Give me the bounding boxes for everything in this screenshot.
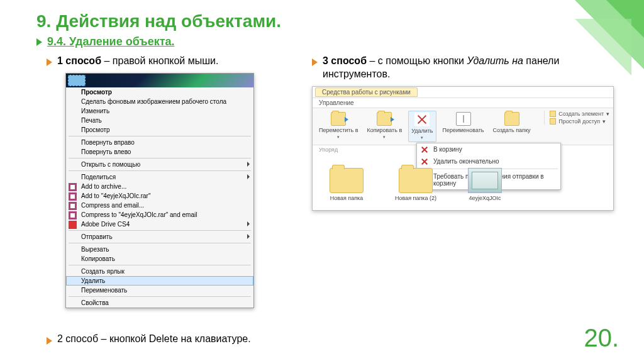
context-menu-item[interactable]: Свойства (66, 298, 253, 308)
easy-access-button[interactable]: Простой доступ ▾ (550, 118, 609, 125)
bullet-icon (312, 58, 318, 66)
context-menu-item[interactable]: Compress to "4eyjeXqJOIc.rar" and email (66, 210, 253, 219)
method2-label: 2 способ (57, 333, 98, 344)
rar-icon (69, 192, 77, 201)
separator (69, 230, 251, 231)
file-label: Новая папка (330, 195, 363, 201)
move-button[interactable]: Переместить в▾ (316, 111, 360, 141)
image-icon (468, 168, 502, 193)
context-menu: ПросмотрСделать фоновым изображением раб… (66, 87, 253, 308)
method-2: 2 способ – кнопкой Delete на клавиатуре. (47, 333, 251, 345)
folder-icon (330, 168, 364, 193)
copy-button[interactable]: Копировать в▾ (364, 111, 404, 141)
desktop-thumbnail (66, 74, 253, 87)
menu-item-label: Add to "4eyjeXqJOIc.rar" (81, 192, 150, 199)
delete-button[interactable]: Удалить▾ (408, 111, 436, 142)
menu-item-label: Просмотр (81, 126, 110, 133)
context-menu-item[interactable]: Переименовать (66, 286, 253, 295)
slide-subtitle: 9.4. Удаление объекта. (47, 35, 175, 48)
menu-item-label: Отправить (81, 233, 113, 240)
folder-item[interactable]: Новая папка (321, 168, 372, 201)
menu-item-label: Удалить (81, 277, 105, 284)
ribbon: Переместить в▾ Копировать в▾ Удалить▾ Пе… (313, 108, 613, 145)
delete-recycle[interactable]: В корзину (417, 143, 560, 155)
context-menu-screenshot: ПросмотрСделать фоновым изображением раб… (65, 73, 254, 308)
context-menu-item[interactable]: Изменить (66, 106, 253, 116)
rar-icon (69, 202, 77, 210)
menu-item-label: Поделиться (81, 174, 116, 181)
bullet-icon (36, 38, 42, 46)
context-menu-item[interactable]: Compress and email... (66, 201, 253, 210)
corner-decoration (518, 0, 644, 113)
menu-item-label: Свойства (81, 299, 109, 306)
selected-icon (68, 75, 86, 86)
rar-icon (69, 211, 77, 219)
delete-permanent[interactable]: Удалить окончательно (417, 155, 560, 167)
slide-number: 20. (584, 324, 619, 352)
context-menu-item[interactable]: Удалить (66, 276, 253, 286)
separator (69, 243, 251, 243)
menu-item-label: Повернуть вправо (81, 139, 135, 146)
context-menu-item[interactable]: Копировать (66, 254, 253, 264)
menu-item-label: Изменить (81, 108, 109, 114)
x-icon (421, 146, 428, 153)
folder-icon (399, 168, 433, 193)
rar-icon (69, 183, 77, 191)
method1-desc: правой кнопкой мыши. (113, 55, 219, 66)
separator (69, 170, 251, 171)
ribbon-context-tab[interactable]: Средства работы с рисунками (315, 87, 418, 97)
rename-icon (456, 112, 471, 126)
adobe-icon (69, 221, 77, 229)
rename-button[interactable]: Переименовать (440, 111, 487, 135)
context-menu-item[interactable]: Adobe Drive CS4 (66, 219, 253, 229)
menu-item-label: Печать (81, 117, 102, 124)
menu-item-label: Создать ярлык (81, 268, 125, 275)
copy-icon (377, 112, 392, 126)
method-1: 1 способ – правой кнопкой мыши. (47, 55, 293, 68)
menu-item-label: Compress and email... (81, 202, 144, 209)
context-menu-item[interactable]: Add to "4eyjeXqJOIc.rar" (66, 191, 253, 201)
context-menu-item[interactable]: Создать ярлык (66, 267, 253, 276)
method3-label: 3 способ (323, 55, 367, 66)
easy-icon (550, 118, 556, 125)
new-folder-button[interactable]: Создать папку (491, 111, 533, 135)
context-menu-item[interactable]: Вырезать (66, 245, 253, 254)
separator (69, 158, 251, 158)
move-icon (331, 112, 346, 126)
menu-item-label: Adobe Drive CS4 (81, 221, 130, 228)
bullet-icon (47, 337, 52, 345)
context-menu-item[interactable]: Повернуть влево (66, 147, 253, 157)
separator (69, 265, 251, 265)
file-label: 4eyjeXqJOIc (469, 195, 501, 201)
context-menu-item[interactable]: Просмотр (66, 125, 253, 135)
context-menu-item[interactable]: Печать (66, 116, 253, 125)
menu-item-label: Просмотр (81, 89, 112, 96)
context-menu-item[interactable]: Повернуть вправо (66, 138, 253, 147)
menu-item-label: Вырезать (81, 246, 109, 253)
menu-item-label: Переименовать (81, 287, 127, 294)
context-menu-item[interactable]: Поделиться (66, 172, 253, 182)
menu-item-label: Открыть с помощью (81, 161, 140, 168)
context-menu-item[interactable]: Сделать фоновым изображением рабочего ст… (66, 97, 253, 106)
separator (69, 136, 251, 136)
method1-label: 1 способ (57, 55, 101, 66)
menu-item-label: Compress to "4eyjeXqJOIc.rar" and email (81, 211, 197, 218)
menu-item-label: Сделать фоновым изображением рабочего ст… (81, 98, 226, 105)
folder-icon (504, 112, 519, 126)
context-menu-item[interactable]: Открыть с помощью (66, 160, 253, 169)
context-menu-item[interactable]: Add to archive... (66, 182, 253, 191)
file-label: Новая папка (2) (395, 195, 436, 201)
x-icon (421, 158, 428, 165)
context-menu-item[interactable]: Просмотр (66, 87, 253, 97)
separator (69, 296, 251, 297)
delete-icon (414, 113, 430, 126)
menu-item-label: Повернуть влево (81, 148, 131, 155)
menu-item-label: Копировать (81, 255, 115, 262)
menu-item-label: Add to archive... (81, 183, 126, 190)
bullet-icon (47, 58, 52, 66)
context-menu-item[interactable]: Отправить (66, 232, 253, 242)
